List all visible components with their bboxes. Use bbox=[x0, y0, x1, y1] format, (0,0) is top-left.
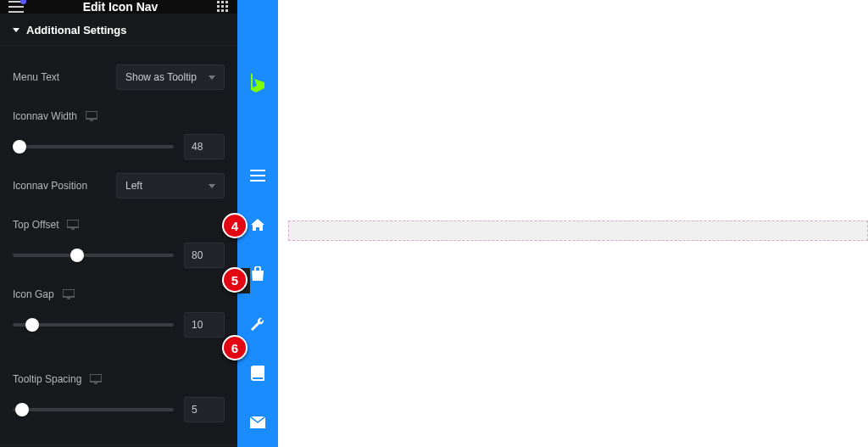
svg-rect-5 bbox=[225, 5, 228, 8]
desktop-icon[interactable] bbox=[90, 374, 102, 384]
input-iconnav-width[interactable]: 48 bbox=[184, 134, 225, 159]
slider-track-iconnav-width[interactable] bbox=[13, 138, 174, 155]
slider-top-offset: 80 bbox=[13, 243, 225, 268]
control-iconnav-width: Iconnav Width bbox=[13, 103, 225, 129]
select-value: Left bbox=[125, 180, 142, 192]
slider-tooltip-spacing: 5 bbox=[13, 397, 225, 422]
nav-menu-icon[interactable] bbox=[237, 151, 278, 200]
select-iconnav-position[interactable]: Left bbox=[116, 173, 225, 198]
selected-element-placeholder[interactable] bbox=[288, 221, 868, 241]
panel-header: Edit Icon Nav bbox=[0, 0, 237, 14]
editor-panel: Edit Icon Nav Additional Settings Menu T… bbox=[0, 0, 237, 447]
slider-iconnav-width: 48 bbox=[13, 134, 225, 159]
label-iconnav-width: Iconnav Width bbox=[13, 110, 77, 122]
panel-title: Edit Icon Nav bbox=[24, 0, 217, 14]
chevron-down-icon bbox=[209, 75, 215, 80]
svg-rect-12 bbox=[90, 374, 102, 382]
svg-rect-2 bbox=[225, 1, 228, 3]
caret-down-icon bbox=[13, 28, 19, 32]
control-top-offset: Top Offset bbox=[13, 212, 225, 237]
control-menu-text: Menu Text Show as Tooltip bbox=[13, 64, 225, 90]
apps-grid-icon[interactable] bbox=[217, 1, 229, 13]
svg-rect-3 bbox=[217, 5, 220, 8]
slider-thumb[interactable] bbox=[13, 140, 26, 154]
slider-thumb[interactable] bbox=[25, 318, 39, 332]
svg-rect-11 bbox=[63, 289, 75, 297]
svg-rect-6 bbox=[217, 9, 220, 12]
select-value: Show as Tooltip bbox=[125, 71, 197, 83]
section-additional-settings[interactable]: Additional Settings bbox=[0, 14, 237, 46]
svg-rect-1 bbox=[221, 1, 224, 3]
desktop-icon[interactable] bbox=[63, 289, 75, 299]
slider-track-tooltip-spacing[interactable] bbox=[13, 401, 174, 418]
label-tooltip-spacing: Tooltip Spacing bbox=[13, 373, 81, 385]
slider-thumb[interactable] bbox=[15, 403, 29, 416]
control-tooltip-spacing: Tooltip Spacing bbox=[13, 366, 225, 392]
slider-track-top-offset[interactable] bbox=[13, 247, 174, 264]
desktop-icon[interactable] bbox=[86, 111, 97, 121]
svg-rect-9 bbox=[86, 111, 97, 119]
slider-track-icon-gap[interactable] bbox=[13, 316, 174, 333]
control-icon-gap: Icon Gap bbox=[13, 282, 225, 307]
svg-rect-10 bbox=[67, 220, 79, 227]
label-menu-text: Menu Text bbox=[13, 71, 59, 83]
control-iconnav-position: Iconnav Position Left bbox=[13, 173, 225, 198]
svg-rect-0 bbox=[217, 1, 220, 3]
label-iconnav-position: Iconnav Position bbox=[13, 180, 87, 192]
svg-rect-8 bbox=[225, 9, 228, 12]
annotation-4: 4 bbox=[222, 213, 248, 238]
label-top-offset: Top Offset bbox=[13, 219, 58, 231]
label-icon-gap: Icon Gap bbox=[13, 288, 54, 300]
desktop-icon[interactable] bbox=[67, 220, 79, 230]
input-top-offset[interactable]: 80 bbox=[184, 243, 225, 268]
panel-body: Menu Text Show as Tooltip Iconnav Width … bbox=[0, 46, 237, 444]
select-menu-text[interactable]: Show as Tooltip bbox=[116, 64, 225, 90]
input-tooltip-spacing[interactable]: 5 bbox=[184, 397, 225, 422]
preview-canvas bbox=[278, 0, 868, 447]
nav-envelope-icon[interactable] bbox=[237, 398, 278, 447]
annotation-6: 6 bbox=[222, 335, 248, 360]
svg-rect-4 bbox=[221, 5, 224, 8]
section-title: Additional Settings bbox=[26, 24, 126, 36]
slider-thumb[interactable] bbox=[70, 249, 84, 262]
slider-icon-gap: 10 bbox=[13, 312, 225, 338]
chevron-down-icon bbox=[209, 184, 215, 188]
input-icon-gap[interactable]: 10 bbox=[184, 312, 225, 338]
svg-rect-7 bbox=[221, 9, 224, 12]
brand-logo-icon[interactable] bbox=[246, 71, 270, 100]
annotation-5: 5 bbox=[222, 267, 248, 293]
